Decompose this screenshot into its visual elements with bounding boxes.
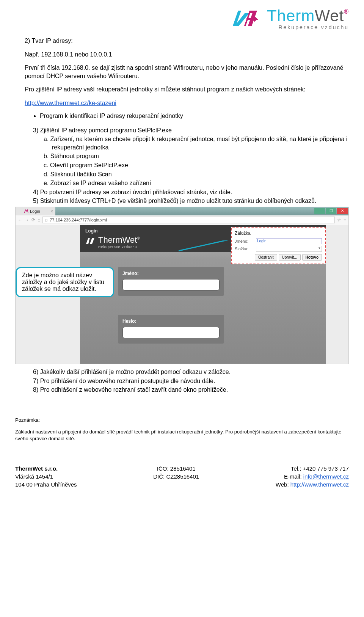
- browser-tab[interactable]: Login ×: [16, 207, 55, 215]
- footer-email-row: E-mail: info@thermwet.cz: [276, 473, 349, 480]
- step-6: 6) Jakékoliv další přihlášení je možno p…: [44, 368, 349, 376]
- footer-email-link[interactable]: info@thermwet.cz: [303, 473, 349, 480]
- step-3c: c. Otevřít program SetPlcIP.exe: [52, 161, 349, 170]
- step-3a: a. Zařízení, na kterém se chcete připoji…: [52, 135, 349, 151]
- login-logo-mark-icon: [85, 237, 96, 246]
- footer-web-link[interactable]: http://www.thermwet.cz: [290, 481, 349, 488]
- browser-screenshot: Login × – ☐ ✕ ← → ⟳ ⌂ 🗋 77.104.236.244:7…: [15, 207, 349, 364]
- popup-done-button[interactable]: Hotovo: [302, 254, 322, 261]
- browser-titlebar: Login × – ☐ ✕: [16, 207, 348, 215]
- logo-mark-icon: [230, 8, 264, 30]
- step-3b: b. Stáhnout program: [52, 152, 349, 160]
- menu-icon[interactable]: ≡: [344, 217, 346, 223]
- browser-toolbar: ← → ⟳ ⌂ 🗋 77.104.236.244:7777/login.xml …: [16, 215, 348, 225]
- maximize-button[interactable]: ☐: [326, 208, 336, 214]
- password-label: Heslo:: [122, 319, 220, 324]
- popup-remove-button[interactable]: Odstranit: [255, 254, 277, 261]
- page-footer: ThermWet s.r.o. Vlárská 1454/1 104 00 Pr…: [15, 465, 349, 488]
- tab-close-icon[interactable]: ×: [50, 209, 53, 214]
- window-buttons: – ☐ ✕: [314, 208, 348, 214]
- nav-forward-icon[interactable]: →: [25, 217, 29, 223]
- tab-favicon-icon: [24, 209, 28, 214]
- logo-brand-wet: Wet: [315, 7, 344, 25]
- bookmark-popup: Záložka Jméno: Login Složka: Odstranit U…: [231, 227, 326, 264]
- logo-reg-mark: ®: [344, 8, 349, 15]
- paragraph-1: První tři čísla 192.168.0. se dají zjist…: [25, 64, 349, 80]
- close-button[interactable]: ✕: [337, 208, 348, 214]
- note-text: Základní nastavení a připojení do domácí…: [15, 429, 349, 442]
- logo-tagline: Rekuperace vzduchu: [267, 25, 349, 30]
- bullet-program-id: Program k identifikaci IP adresy rekuper…: [40, 113, 349, 119]
- footer-street: Vlárská 1454/1: [15, 473, 77, 480]
- paragraph-2: Pro zjištění IP adresy vaší rekuperační …: [25, 85, 349, 94]
- footer-city: 104 00 Praha Uhříněves: [15, 480, 77, 488]
- tab-title: Login: [30, 209, 40, 214]
- nav-reload-icon[interactable]: ⟳: [31, 217, 35, 223]
- ip-example: Např. 192.168.0.1 nebo 10.0.0.1: [25, 50, 349, 59]
- minimize-button[interactable]: –: [314, 208, 325, 214]
- step-3e: e. Zobrazí se IP adresa vašeho zařízení: [52, 179, 349, 187]
- step-5: 5) Stisknutím klávesy CTRL+D (ve většině…: [44, 197, 349, 205]
- logo: ThermWet® Rekuperace vzduchu: [230, 8, 349, 30]
- popup-name-input[interactable]: Login: [256, 238, 322, 244]
- bookmark-callout: Zde je možno zvolit název záložky a do j…: [16, 267, 114, 297]
- bookmark-star-icon[interactable]: ☆: [337, 217, 341, 223]
- logo-brand-text: ThermWet®: [267, 8, 349, 24]
- login-brand-sub: Rekuperace vzduchu: [98, 245, 140, 249]
- login-brand-text: ThermWet®: [98, 235, 140, 245]
- step-8: 8) Pro odhlášení z webového rozhraní sta…: [44, 386, 349, 394]
- footer-ico: IČO: 28516401: [153, 465, 199, 473]
- popup-title: Záložka: [235, 231, 322, 236]
- download-link[interactable]: http://www.thermwet.cz/ke-stazeni: [25, 100, 116, 106]
- popup-folder-label: Složka:: [235, 246, 254, 251]
- step-3d: d. Stisknout tlačítko Scan: [52, 170, 349, 179]
- page-icon: 🗋: [44, 218, 48, 222]
- popup-edit-button[interactable]: Upravit...: [279, 254, 301, 261]
- nav-back-icon[interactable]: ←: [18, 217, 22, 223]
- section-3-heading: 3) Zjištění IP adresy pomocí programu Se…: [44, 126, 349, 135]
- page-header: ThermWet® Rekuperace vzduchu: [15, 8, 349, 30]
- step-7: 7) Pro přihlášení do webového rozhraní p…: [44, 377, 349, 385]
- section-2-heading: 2) Tvar IP adresy:: [33, 37, 349, 45]
- nav-home-icon[interactable]: ⌂: [38, 217, 40, 223]
- url-text: 77.104.236.244:7777/login.xml: [50, 218, 107, 222]
- logo-brand-therm: Therm: [267, 7, 315, 25]
- footer-dic: DIČ: CZ28516401: [153, 473, 199, 480]
- note-block: Poznámka: Základní nastavení a připojení…: [15, 417, 349, 442]
- footer-web-row: Web: http://www.thermwet.cz: [276, 480, 349, 488]
- footer-company: ThermWet s.r.o.: [15, 465, 58, 472]
- popup-folder-select[interactable]: [256, 246, 322, 252]
- popup-name-label: Jméno:: [235, 239, 254, 243]
- address-bar[interactable]: 🗋 77.104.236.244:7777/login.xml: [42, 217, 335, 223]
- step-4: 4) Po potvrzení IP adresy se zobrazí úvo…: [44, 188, 349, 196]
- callout-text: Zde je možno zvolit název záložky a do j…: [22, 272, 104, 292]
- footer-tel: Tel.: +420 775 973 717: [276, 465, 349, 473]
- password-input[interactable]: [122, 327, 220, 338]
- note-heading: Poznámka:: [15, 417, 349, 424]
- browser-viewport: Login ThermWet® Rekuperace vzduchu Jméno…: [16, 225, 348, 364]
- password-field-block: Heslo:: [118, 315, 224, 344]
